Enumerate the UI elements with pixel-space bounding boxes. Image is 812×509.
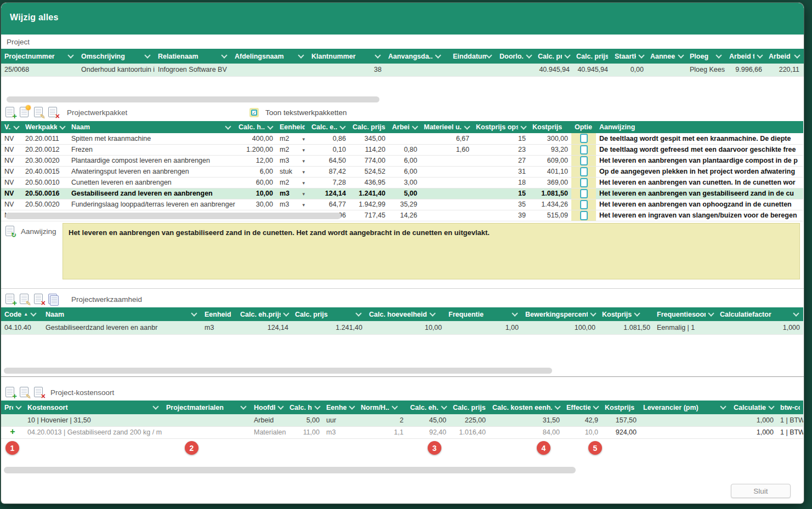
project-column-header[interactable]: Projectnummer — [1, 49, 78, 64]
optie-checkbox[interactable] — [580, 167, 588, 176]
optie-checkbox[interactable] — [580, 145, 588, 155]
optie-checkbox[interactable] — [580, 134, 588, 143]
delete-row-button[interactable]: × — [34, 387, 43, 398]
werkzaamheid-column-header[interactable]: Calc. eh.prijs — [237, 307, 292, 321]
project-column-header[interactable]: Doorlo.. — [496, 49, 535, 64]
kostensoort-column-header[interactable]: Norm/H.. — [357, 401, 407, 414]
werkpakket-column-header[interactable]: Materieel u.. — [421, 121, 473, 133]
optie-checkbox[interactable] — [580, 189, 588, 198]
add-row-button[interactable]: + — [5, 107, 15, 118]
project-column-header[interactable]: Afdelingsnaam — [231, 49, 308, 64]
edit-row-button[interactable]: ✎ — [20, 294, 29, 305]
werkpakket-column-header[interactable]: Kostprijs ops.. — [473, 121, 529, 133]
werkpakket-row[interactable]: NV20.20.0012Frezen1.200,00m2▾0,10114,200… — [1, 144, 803, 155]
werkzaamheid-column-header[interactable]: Naam — [42, 307, 201, 321]
project-column-header[interactable]: Klantnummer — [308, 49, 385, 64]
kostensoort-column-header[interactable]: Kostensoort — [24, 401, 163, 414]
optie-checkbox[interactable] — [580, 156, 588, 165]
werkpakket-row[interactable]: NV20.50.0010Cunetten leveren en aanbreng… — [1, 177, 803, 188]
checkbox-checked-icon[interactable]: ✓ — [249, 108, 259, 117]
project-column-header[interactable]: Calc. pr.. — [535, 49, 573, 64]
werkpakket-column-header[interactable]: Calc. prijs — [349, 121, 389, 133]
delete-row-button[interactable]: × — [48, 107, 58, 118]
edit-row-button[interactable]: ✎ — [34, 107, 43, 118]
project-row[interactable]: 25/0068Onderhoud kantoortuin iInfogroen … — [1, 64, 804, 76]
kostensoort-column-header[interactable]: Projectmaterialen — [163, 401, 251, 414]
werkpakket-row[interactable]: NV20.40.0015Afwateringsput leveren en aa… — [1, 166, 803, 177]
project-column-header[interactable]: Relatienaam — [155, 49, 231, 64]
horizontal-scrollbar[interactable] — [4, 467, 576, 473]
werkpakket-column-header[interactable]: Arbeid .. — [389, 121, 421, 133]
copy-row-button[interactable] — [48, 294, 58, 305]
kostensoort-column-header[interactable]: Kostprijs — [601, 401, 640, 414]
kostensoort-column-header[interactable]: Eenheid — [323, 401, 357, 414]
edit-row-button[interactable]: ✎ — [20, 387, 29, 398]
project-column-header[interactable]: Staartk.. — [611, 49, 647, 64]
dropdown-arrow-icon[interactable]: ▾ — [302, 136, 305, 142]
werkzaamheid-column-header[interactable]: Code▲ — [1, 307, 42, 321]
horizontal-scrollbar[interactable] — [4, 368, 552, 374]
kostensoort-column-header[interactable]: Calculatief.. — [730, 401, 777, 414]
dropdown-arrow-icon[interactable]: ▾ — [302, 147, 305, 153]
refresh-note-button[interactable]: ↻ — [5, 226, 15, 237]
dropdown-arrow-icon[interactable]: ▾ — [302, 191, 305, 197]
dropdown-arrow-icon[interactable]: ▾ — [302, 180, 305, 186]
project-column-header[interactable]: A — [803, 49, 804, 64]
werkzaamheid-column-header[interactable]: Calc. hoeveelheid — [366, 307, 445, 321]
kostensoort-row[interactable]: +04.20.0013 | Gestabiliseerd zand 200 kg… — [1, 426, 803, 438]
kostensoort-column-header[interactable]: Effectiev.. — [563, 401, 601, 414]
project-column-header[interactable]: Einddatum — [450, 49, 496, 64]
optie-checkbox[interactable] — [580, 211, 588, 220]
werkpakket-column-header[interactable]: Aanwijzing — [596, 121, 803, 133]
werkzaamheid-column-header[interactable]: Kostprijs — [599, 307, 654, 321]
werkpakket-column-header[interactable]: Kostprijs — [529, 121, 571, 133]
werkpakket-column-header[interactable]: Naam — [68, 121, 235, 133]
delete-row-button[interactable]: × — [34, 294, 43, 305]
project-column-header[interactable]: Arbeid t.. — [726, 49, 765, 64]
new-document-button[interactable] — [20, 107, 29, 118]
horizontal-scrollbar[interactable] — [7, 96, 379, 102]
kostensoort-column-header[interactable]: Pro.. — [1, 401, 24, 414]
werkzaamheid-column-header[interactable]: Calc. prijs — [292, 307, 366, 321]
werkpakket-column-header[interactable]: Werkpakk.. — [22, 121, 68, 133]
werkpakket-row[interactable]: NV20.30.0020Plantaardige compost leveren… — [1, 155, 803, 166]
kostensoort-column-header[interactable]: Calc. prijs — [450, 401, 489, 414]
add-row-button[interactable]: + — [5, 294, 15, 305]
werkpakket-column-header[interactable]: Calc. e.. — [308, 121, 349, 133]
werkzaamheid-column-header[interactable]: Frequentiesoort — [654, 307, 717, 321]
add-row-button[interactable]: + — [5, 387, 15, 398]
kostensoort-column-header[interactable]: Hoofdk.. — [251, 401, 286, 414]
werkzaamheid-column-header[interactable]: Frequentie — [445, 307, 522, 321]
werkzaamheid-column-header[interactable]: Eenheid — [201, 307, 237, 321]
project-column-header[interactable]: Ploeg — [686, 49, 726, 64]
kostensoort-column-header[interactable]: Leverancier (pm) — [640, 401, 730, 414]
kostensoort-column-header[interactable]: Calc. h.. — [286, 401, 323, 414]
werkpakket-column-header[interactable]: Eenheid — [276, 121, 308, 133]
toon-tekstwerkpakketten-toggle[interactable]: ✓ Toon tekstwerkpakketten — [249, 108, 347, 117]
werkpakket-column-header[interactable]: Optie — [571, 121, 596, 133]
optie-checkbox[interactable] — [580, 178, 588, 187]
werkzaamheid-column-header[interactable]: Calculatiefactor — [717, 307, 803, 321]
project-column-header[interactable]: Calc. prijs — [573, 49, 611, 64]
kostensoort-row[interactable]: 10 | Hovenier | 31,50Arbeid5,00uur245,00… — [1, 414, 803, 426]
project-column-header[interactable]: Omschrijving — [78, 49, 155, 64]
dropdown-arrow-icon[interactable]: ▾ — [302, 158, 305, 164]
werkpakket-row[interactable]: NV20.20.0011Spitten met kraanmachine400,… — [1, 133, 803, 144]
werkpakket-row[interactable]: NV20.50.0016Gestabiliseerd zand leveren … — [1, 188, 803, 199]
kostensoort-column-header[interactable]: Calc. kosten eenh... — [489, 401, 563, 414]
sluit-button[interactable]: Sluit — [731, 484, 791, 498]
add-material-icon[interactable]: + — [10, 427, 15, 436]
dropdown-arrow-icon[interactable]: ▾ — [302, 202, 305, 208]
werkpakket-row[interactable]: NV20.50.0020Funderingslaag looppad/terra… — [1, 199, 803, 210]
project-column-header[interactable]: Aannee.. — [647, 49, 686, 64]
werkzaamheid-row[interactable]: 04.10.40Gestabiliseerdzand leveren en aa… — [1, 321, 803, 334]
werkpakket-column-header[interactable]: Calc. h.. — [235, 121, 276, 133]
werkzaamheid-column-header[interactable]: Bewerkingspercent.. — [522, 307, 599, 321]
kostensoort-column-header[interactable]: btw-co.. — [777, 401, 803, 414]
optie-checkbox[interactable] — [580, 200, 588, 209]
dropdown-arrow-icon[interactable]: ▾ — [302, 169, 305, 175]
project-column-header[interactable]: Aanvangsda.. — [385, 49, 450, 64]
aanwijzing-textarea[interactable]: Het leveren en aanbrengen van gestabilis… — [63, 223, 800, 279]
horizontal-scrollbar[interactable] — [5, 213, 341, 219]
project-column-header[interactable]: Arbeid .. — [765, 49, 803, 64]
